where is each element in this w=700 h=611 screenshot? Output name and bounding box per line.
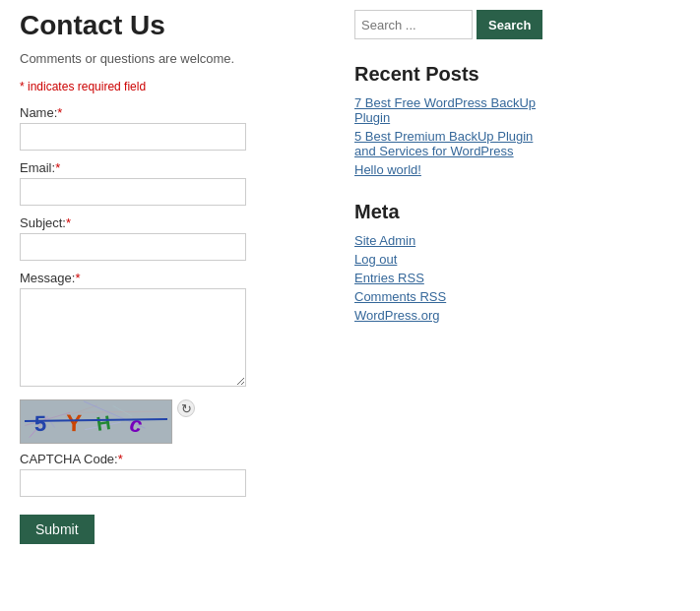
recent-post-link-3[interactable]: Hello world! xyxy=(354,162,421,177)
meta-section: Meta Site Admin Log out Entries RSS Comm… xyxy=(354,201,551,323)
captcha-field-group: CAPTCHA Code:* xyxy=(20,452,315,497)
search-input[interactable] xyxy=(354,10,473,39)
subject-input[interactable] xyxy=(20,233,246,261)
search-button[interactable]: Search xyxy=(477,10,542,39)
meta-link-site-admin[interactable]: Site Admin xyxy=(354,233,415,248)
captcha-refresh-button[interactable]: ↻ xyxy=(177,399,195,417)
list-item: Entries RSS xyxy=(354,271,551,285)
submit-button[interactable]: Submit xyxy=(20,515,95,544)
recent-post-link-2[interactable]: 5 Best Premium BackUp Plugin and Service… xyxy=(354,129,533,158)
asterisk: * xyxy=(20,80,25,93)
subject-field-group: Subject:* xyxy=(20,215,315,261)
email-input[interactable] xyxy=(20,178,246,206)
list-item: Log out xyxy=(354,252,551,267)
search-bar: Search xyxy=(354,10,551,39)
captcha-input[interactable] xyxy=(20,469,246,497)
list-item: 5 Best Premium BackUp Plugin and Service… xyxy=(354,129,551,158)
message-required: * xyxy=(75,271,80,285)
list-item: Comments RSS xyxy=(354,289,551,304)
captcha-label: CAPTCHA Code:* xyxy=(20,452,315,466)
subject-label: Subject:* xyxy=(20,215,315,230)
message-label: Message:* xyxy=(20,271,315,285)
required-text: indicates required field xyxy=(28,80,146,93)
meta-link-comments-rss[interactable]: Comments RSS xyxy=(354,289,446,304)
subtitle: Comments or questions are welcome. xyxy=(20,51,315,66)
meta-title: Meta xyxy=(354,201,551,223)
email-field-group: Email:* xyxy=(20,160,315,206)
name-field-group: Name:* xyxy=(20,105,315,151)
recent-post-link-1[interactable]: 7 Best Free WordPress BackUp Plugin xyxy=(354,95,536,125)
name-input[interactable] xyxy=(20,123,246,151)
recent-posts-list: 7 Best Free WordPress BackUp Plugin 5 Be… xyxy=(354,95,551,177)
meta-link-entries-rss[interactable]: Entries RSS xyxy=(354,271,424,285)
main-content: Contact Us Comments or questions are wel… xyxy=(20,10,315,544)
meta-link-logout[interactable]: Log out xyxy=(354,252,397,267)
meta-link-wordpress-org[interactable]: WordPress.org xyxy=(354,308,439,323)
captcha-image xyxy=(20,399,172,444)
page-title: Contact Us xyxy=(20,10,315,41)
captcha-container: ↻ xyxy=(20,399,315,444)
email-label: Email:* xyxy=(20,160,315,175)
list-item: Hello world! xyxy=(354,162,551,177)
message-input[interactable] xyxy=(20,288,246,387)
list-item: Site Admin xyxy=(354,233,551,248)
subject-required: * xyxy=(66,215,71,230)
sidebar: Search Recent Posts 7 Best Free WordPres… xyxy=(354,10,551,544)
captcha-required: * xyxy=(118,452,123,466)
contact-form: Name:* Email:* Subject:* Message:* xyxy=(20,105,315,544)
name-required: * xyxy=(57,105,62,120)
list-item: WordPress.org xyxy=(354,308,551,323)
recent-posts-title: Recent Posts xyxy=(354,63,551,86)
meta-links-list: Site Admin Log out Entries RSS Comments … xyxy=(354,233,551,323)
email-required: * xyxy=(55,160,60,175)
name-label: Name:* xyxy=(20,105,315,120)
recent-posts-section: Recent Posts 7 Best Free WordPress BackU… xyxy=(354,63,551,177)
list-item: 7 Best Free WordPress BackUp Plugin xyxy=(354,95,551,125)
message-field-group: Message:* xyxy=(20,271,315,390)
required-note: * indicates required field xyxy=(20,80,315,93)
